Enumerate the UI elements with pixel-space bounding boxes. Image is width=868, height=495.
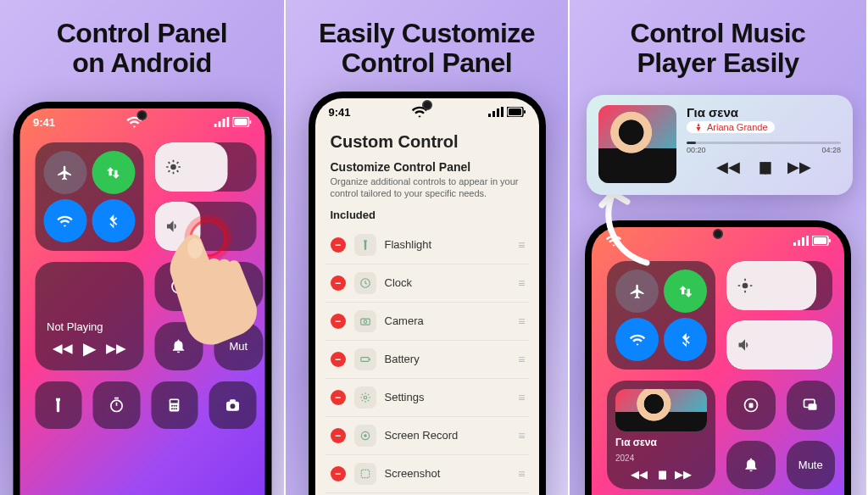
svg-point-7: [170, 164, 176, 170]
remove-button[interactable]: −: [331, 237, 346, 253]
flashlight-button[interactable]: [35, 381, 82, 429]
drag-handle-icon[interactable]: ≡: [518, 391, 523, 404]
screen-mirror-button[interactable]: [214, 262, 264, 311]
drag-handle-icon[interactable]: ≡: [518, 238, 523, 252]
headline-line-2: Player Easily: [578, 48, 858, 78]
camera-icon: [354, 310, 376, 332]
play-icon[interactable]: ▶: [83, 338, 96, 359]
svg-rect-51: [793, 242, 796, 246]
volume-slider[interactable]: [154, 202, 256, 251]
data-button[interactable]: [92, 151, 135, 194]
included-label: Included: [315, 209, 539, 226]
drag-handle-icon[interactable]: ≡: [518, 429, 523, 442]
prev-icon[interactable]: ◀◀: [631, 468, 648, 481]
camera-cutout: [422, 100, 432, 110]
calculator-button[interactable]: [151, 381, 198, 429]
wifi-button[interactable]: [615, 318, 659, 361]
svg-line-14: [168, 170, 170, 172]
svg-rect-43: [360, 319, 370, 325]
prev-icon[interactable]: ◀◀: [716, 158, 740, 176]
next-icon[interactable]: ▶▶: [675, 468, 692, 481]
remove-button[interactable]: −: [331, 466, 346, 481]
svg-rect-0: [214, 124, 216, 127]
airplane-button[interactable]: [43, 151, 86, 194]
sliders: [726, 261, 832, 370]
rotation-lock-button[interactable]: [154, 262, 203, 311]
time-labels: 00:20 04:28: [687, 146, 841, 154]
connectivity-tile: [35, 142, 143, 251]
mini-album-art: [615, 389, 707, 431]
svg-rect-54: [806, 236, 809, 246]
time-total: 04:28: [821, 146, 841, 154]
svg-point-25: [171, 405, 173, 407]
timer-button[interactable]: [93, 381, 141, 429]
headline-line-1: Easily Customize: [294, 19, 559, 48]
camera-button[interactable]: [209, 381, 257, 429]
bell-button[interactable]: [154, 322, 203, 371]
pause-icon[interactable]: ▮▮: [658, 468, 665, 481]
svg-line-13: [176, 170, 178, 172]
time-elapsed: 00:20: [687, 146, 706, 154]
album-art: [598, 105, 676, 183]
svg-point-30: [175, 408, 177, 409]
control-center-grid: Για σενα 2024 ◀◀ ▮▮ ▶▶: [592, 254, 844, 493]
svg-rect-37: [497, 108, 499, 117]
item-label: Screenshot: [385, 467, 441, 480]
remove-button[interactable]: −: [331, 352, 346, 367]
music-tile[interactable]: Not Playing ◀◀ ▶ ▶▶: [35, 262, 143, 370]
section-title: Customize Control Panel: [315, 157, 539, 174]
music-tile[interactable]: Για σενα 2024 ◀◀ ▮▮ ▶▶: [607, 381, 715, 489]
mini-year: 2024: [615, 453, 707, 463]
remove-button[interactable]: −: [331, 428, 346, 443]
promo-panel-3: Control Music Player Easily Για σενα Ari…: [570, 0, 866, 495]
svg-point-32: [230, 403, 235, 409]
music-widget[interactable]: Για σενα Ariana Grande 00:20 04:28 ◀◀ ▮▮…: [587, 95, 853, 195]
airplane-button[interactable]: [615, 270, 659, 313]
svg-point-29: [174, 408, 175, 409]
rotation-lock-button[interactable]: [726, 381, 776, 430]
svg-point-44: [364, 320, 367, 323]
control-center-screen: 9:41: [19, 108, 264, 495]
list-item[interactable]: − Clock ≡: [326, 264, 529, 303]
list-item[interactable]: − Battery ≡: [326, 341, 529, 379]
prev-icon[interactable]: ◀◀: [53, 341, 73, 356]
mute-button[interactable]: Mut: [214, 322, 264, 371]
remove-button[interactable]: −: [331, 314, 346, 329]
next-icon[interactable]: ▶▶: [787, 158, 811, 176]
signal-icon: [488, 107, 504, 117]
wifi-button[interactable]: [43, 199, 86, 242]
next-icon[interactable]: ▶▶: [106, 341, 126, 356]
list-item[interactable]: − Screenshot ≡: [326, 455, 529, 493]
clock-icon: [354, 272, 376, 294]
list-item[interactable]: − Flashlight ≡: [326, 226, 529, 264]
list-item[interactable]: − Settings ≡: [326, 379, 529, 417]
artist-badge[interactable]: Ariana Grande: [687, 121, 775, 133]
list-item[interactable]: − Screen Record ≡: [326, 417, 529, 455]
status-time: 9:41: [329, 106, 351, 119]
progress-bar[interactable]: [687, 142, 841, 144]
drag-handle-icon[interactable]: ≡: [518, 467, 523, 481]
screen-mirror-button[interactable]: [787, 381, 836, 430]
brightness-icon: [737, 277, 754, 294]
brightness-slider[interactable]: [726, 261, 832, 310]
mute-button[interactable]: Mute: [787, 441, 836, 490]
drag-handle-icon[interactable]: ≡: [518, 353, 523, 366]
svg-rect-3: [226, 117, 229, 127]
remove-button[interactable]: −: [331, 275, 346, 291]
remove-button[interactable]: −: [331, 390, 346, 405]
bluetooth-button[interactable]: [664, 318, 707, 361]
volume-slider[interactable]: [726, 320, 832, 370]
bluetooth-button[interactable]: [92, 199, 135, 242]
svg-rect-38: [501, 107, 504, 117]
brightness-slider[interactable]: [154, 142, 256, 192]
drag-handle-icon[interactable]: ≡: [518, 314, 523, 328]
item-label: Battery: [385, 353, 420, 365]
data-button[interactable]: [664, 270, 707, 313]
pause-icon[interactable]: ▮▮: [759, 158, 769, 176]
headline: Control Panel on Android: [0, 0, 284, 78]
bell-button[interactable]: [726, 441, 776, 490]
list-item[interactable]: − Camera ≡: [326, 303, 529, 341]
flashlight-icon: [354, 234, 376, 256]
svg-rect-66: [809, 403, 817, 410]
drag-handle-icon[interactable]: ≡: [518, 276, 523, 290]
